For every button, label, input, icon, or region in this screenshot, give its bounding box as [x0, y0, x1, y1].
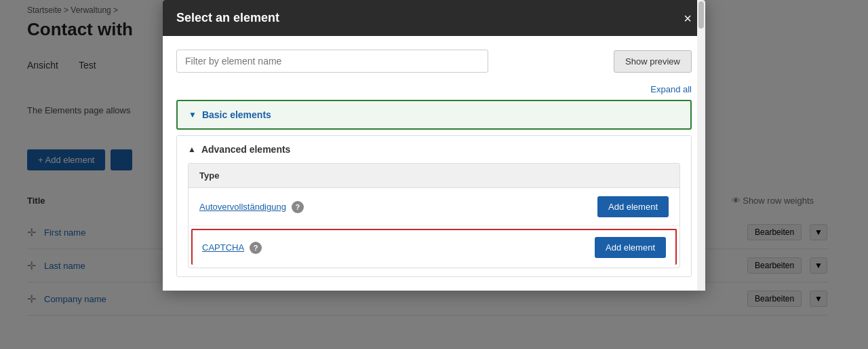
add-element-autovervollstandigung-button[interactable]: Add element [597, 196, 669, 217]
filter-row: Show preview [176, 50, 692, 73]
modal-header: Select an element × [163, 0, 705, 36]
help-icon[interactable]: ? [292, 201, 304, 213]
modal-body: Show preview Expand all ▼ Basic elements… [163, 36, 705, 291]
show-preview-button[interactable]: Show preview [614, 50, 692, 73]
element-table-header: Type [189, 164, 679, 188]
filter-input[interactable] [176, 50, 488, 73]
help-icon[interactable]: ? [250, 242, 262, 254]
modal-scrollbar[interactable] [697, 0, 705, 291]
chevron-down-icon: ▼ [189, 110, 197, 120]
section-basic-elements: ▼ Basic elements [176, 100, 692, 130]
element-row-autovervollstandigung: Autovervollständigung ? Add element [189, 188, 679, 226]
autovervollstandigung-link[interactable]: Autovervollständigung [199, 202, 286, 212]
modal-scroll-thumb[interactable] [698, 1, 704, 29]
section-advanced-header[interactable]: ▲ Advanced elements [177, 136, 691, 163]
modal-title: Select an element [176, 11, 279, 25]
add-element-captcha-button[interactable]: Add element [595, 237, 666, 258]
element-row-left: CAPTCHA ? [202, 242, 262, 254]
chevron-up-icon: ▲ [188, 145, 196, 154]
captcha-link[interactable]: CAPTCHA [202, 242, 244, 253]
modal-close-button[interactable]: × [684, 12, 692, 25]
element-row-captcha: CAPTCHA ? Add element [191, 229, 677, 265]
section-advanced-elements: ▲ Advanced elements Type Autovervollstän… [176, 135, 692, 277]
select-element-modal: Select an element × Show preview Expand … [163, 0, 705, 291]
element-table: Type Autovervollständigung ? Add element… [188, 163, 680, 268]
section-advanced-label: Advanced elements [201, 144, 291, 155]
expand-all-link[interactable]: Expand all [650, 84, 692, 94]
section-basic-label: Basic elements [202, 109, 271, 120]
element-row-left: Autovervollständigung ? [199, 201, 304, 213]
expand-all-row: Expand all [176, 84, 692, 94]
section-basic-header[interactable]: ▼ Basic elements [178, 101, 690, 128]
